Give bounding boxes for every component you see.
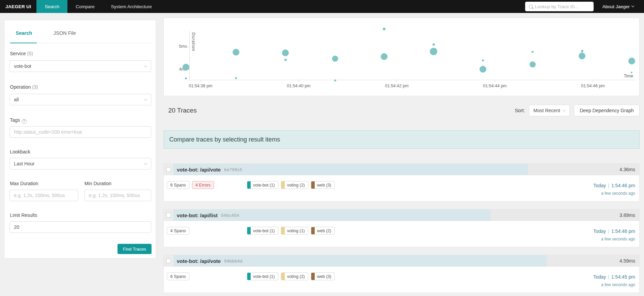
trace-card-header[interactable]: vote-bot: /api/votebe799c54.36ms xyxy=(164,164,639,175)
x-axis-title: Time xyxy=(624,74,633,78)
x-axis-line xyxy=(189,80,635,80)
trace-point[interactable] xyxy=(183,64,189,71)
trace-point[interactable] xyxy=(383,28,386,30)
compare-banner-text: Compare traces by selecting result items xyxy=(169,136,280,143)
service-chip-label: vote-bot (1) xyxy=(251,227,278,234)
trace-point[interactable] xyxy=(482,59,484,61)
tab-search[interactable]: Search xyxy=(16,30,32,36)
trace-time: 1:54:45 pm xyxy=(611,274,635,280)
trace-select-checkbox[interactable] xyxy=(166,167,171,172)
trace-point[interactable] xyxy=(581,50,583,52)
trace-scatter-chart: Duration Time 5ms4ms01:54:38 pm01:54:40 … xyxy=(163,18,640,96)
trace-duration: 4.59ms xyxy=(619,255,635,267)
trace-title[interactable]: vote-bot: /api/list xyxy=(177,212,218,218)
min-duration-wrap xyxy=(84,190,151,201)
trace-checkbox-cell xyxy=(164,164,173,175)
nav-item-system-architecture[interactable]: System Architecture xyxy=(103,0,160,13)
trace-services: vote-bot (1)voting (2)web (3) xyxy=(247,181,335,189)
date-separator: | xyxy=(606,228,611,234)
service-chip: voting (2) xyxy=(281,272,308,280)
y-tick-mark xyxy=(187,47,189,47)
find-traces-button[interactable]: Find Traces xyxy=(117,244,152,254)
trace-time: 1:54:46 pm xyxy=(611,228,635,234)
trace-title[interactable]: vote-bot: /api/vote xyxy=(177,167,221,173)
trace-title[interactable]: vote-bot: /api/vote xyxy=(177,258,221,264)
max-duration-input[interactable] xyxy=(14,193,74,198)
trace-services: vote-bot (1)voting (1)web (2) xyxy=(247,227,335,235)
nav-item-compare[interactable]: Compare xyxy=(67,0,103,13)
trace-duration: 3.89ms xyxy=(619,209,635,221)
operation-select[interactable]: all xyxy=(10,94,151,105)
app-brand: JAEGER UI xyxy=(0,0,36,13)
x-tick-label: 01:54:40 pm xyxy=(280,84,317,88)
spans-count-chip: 6 Spans xyxy=(167,272,189,280)
chevron-down-icon xyxy=(563,108,566,112)
x-tick-label: 01:54:44 pm xyxy=(476,84,514,88)
trace-point[interactable] xyxy=(235,77,237,79)
help-icon[interactable]: ? xyxy=(22,119,27,124)
trace-point[interactable] xyxy=(628,58,635,64)
operation-label: Operation (3) xyxy=(10,84,38,90)
trace-card-header[interactable]: vote-bot: /api/list54bc4543.89ms xyxy=(164,209,639,221)
service-chip: voting (1) xyxy=(281,227,308,235)
trace-result-card[interactable]: vote-bot: /api/votebe799c54.36ms6 Spans4… xyxy=(163,163,640,202)
trace-point[interactable] xyxy=(233,49,239,56)
spans-count-chip: 4 Spans xyxy=(167,227,189,235)
trace-select-checkbox[interactable] xyxy=(166,213,171,218)
trace-point[interactable] xyxy=(282,49,289,56)
trace-point[interactable] xyxy=(381,53,388,60)
trace-chips-row: 6 Spans xyxy=(167,272,189,280)
trace-date-time[interactable]: Today|1:54:45 pm xyxy=(593,274,635,280)
nav-item-search[interactable]: Search xyxy=(36,0,67,13)
trace-point[interactable] xyxy=(530,61,536,68)
trace-relative-time: a few seconds ago xyxy=(601,282,635,287)
trace-point[interactable] xyxy=(334,79,336,82)
sort-select[interactable]: Most Recent xyxy=(529,105,570,116)
trace-card-header[interactable]: vote-bot: /api/vote94bbb4d4.59ms xyxy=(164,255,639,267)
trace-point[interactable] xyxy=(631,72,632,73)
deep-dependency-graph-button[interactable]: Deep Dependency Graph xyxy=(574,105,640,116)
trace-point[interactable] xyxy=(480,66,486,73)
tags-input[interactable] xyxy=(14,129,147,135)
service-chip: vote-bot (1) xyxy=(247,227,278,235)
trace-services: vote-bot (1)voting (2)web (3) xyxy=(247,272,335,280)
limit-results-input[interactable] xyxy=(14,224,147,230)
trace-select-checkbox[interactable] xyxy=(166,258,171,263)
min-duration-input[interactable] xyxy=(89,193,147,198)
trace-point[interactable] xyxy=(430,48,437,55)
results-header: 20 Traces Sort: Most Recent Deep Depende… xyxy=(163,104,640,117)
lookback-select[interactable]: Last Hour xyxy=(10,158,151,169)
service-select[interactable]: vote-bot xyxy=(10,60,151,72)
about-jaeger-menu[interactable]: About Jaeger xyxy=(602,4,634,9)
main-content: Duration Time 5ms4ms01:54:38 pm01:54:40 … xyxy=(163,18,640,296)
x-tick-mark xyxy=(593,80,593,82)
trace-time: 1:54:46 pm xyxy=(611,183,635,188)
trace-title-row: vote-bot: /api/list54bc454 xyxy=(177,209,239,221)
chevron-down-icon xyxy=(631,4,634,7)
chevron-down-icon xyxy=(144,161,147,165)
x-tick-label: 01:54:46 pm xyxy=(574,84,612,88)
tab-json-file[interactable]: JSON File xyxy=(53,30,76,36)
trace-result-card[interactable]: vote-bot: /api/list54bc4543.89ms4 Spansv… xyxy=(163,209,640,247)
x-tick-mark xyxy=(201,80,201,82)
service-color-swatch xyxy=(311,181,315,189)
y-axis-line xyxy=(189,31,190,80)
search-icon xyxy=(529,5,533,9)
trace-point[interactable] xyxy=(332,56,338,62)
trace-lookup-input[interactable] xyxy=(535,4,590,9)
trace-point[interactable] xyxy=(185,77,187,79)
trace-date-time[interactable]: Today|1:54:46 pm xyxy=(593,183,635,188)
panel-tabs: Search JSON File xyxy=(10,28,151,43)
trace-point[interactable] xyxy=(284,59,287,61)
service-label: Service (5) xyxy=(10,51,33,56)
trace-id: be799c5 xyxy=(224,167,242,172)
trace-result-card[interactable]: vote-bot: /api/vote94bbb4d4.59ms6 Spansv… xyxy=(163,255,640,293)
trace-date-time[interactable]: Today|1:54:46 pm xyxy=(593,228,635,234)
max-duration-label: Max Duration xyxy=(10,181,38,186)
trace-point[interactable] xyxy=(579,53,585,59)
x-tick-label: 01:54:38 pm xyxy=(182,84,219,88)
y-tick-label: 5ms xyxy=(171,44,187,49)
trace-point[interactable] xyxy=(532,51,534,53)
trace-title-row: vote-bot: /api/votebe799c5 xyxy=(177,164,242,175)
trace-point[interactable] xyxy=(433,43,435,46)
